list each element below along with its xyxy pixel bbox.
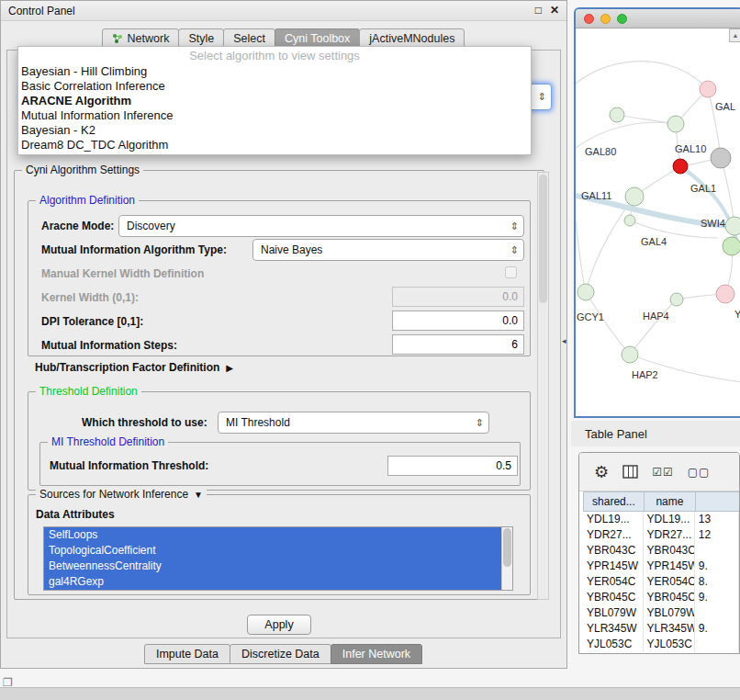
- network-node[interactable]: [673, 159, 688, 174]
- column-header[interactable]: name: [644, 491, 696, 512]
- table-cell: YBR043C: [644, 543, 695, 559]
- kernel-width-label: Kernel Width (0,1):: [41, 291, 139, 304]
- algorithm-option[interactable]: Basic Correlation Inference: [18, 79, 531, 94]
- algorithm-option-selected[interactable]: ARACNE Algorithm: [18, 94, 531, 108]
- network-window-titlebar[interactable]: [576, 9, 740, 28]
- network-node[interactable]: [723, 237, 740, 255]
- list-scrollbar[interactable]: [501, 527, 512, 590]
- column-header[interactable]: [695, 491, 740, 512]
- table-cell: [695, 605, 739, 621]
- deselect-all-rows-icon[interactable]: ▢▢: [688, 466, 711, 479]
- network-graph[interactable]: GAL80 GAL10 GAL11 GAL1 SWI4 GAL4 GCY1 HA…: [576, 28, 740, 418]
- table-row[interactable]: YBR043C YBR043C: [583, 543, 739, 559]
- network-node-labels: GAL80 GAL10 GAL11 GAL1 SWI4 GAL4 GCY1 HA…: [577, 101, 740, 380]
- scrollbar-up-button[interactable]: ▲: [729, 28, 740, 42]
- list-item[interactable]: SelfLoops: [44, 527, 501, 543]
- table-row[interactable]: YBL079W YBL079W: [583, 605, 739, 621]
- application-root: Control Panel □ ✕ Network Style Select: [0, 0, 740, 700]
- cyni-algorithm-settings-group: Cyni Algorithm Settings Algorithm Defini…: [14, 170, 544, 600]
- mi-threshold-definition-title: MI Threshold Definition: [48, 435, 168, 449]
- algorithm-popup-placeholder: Select algorithm to view settings: [18, 48, 531, 64]
- float-panel-button[interactable]: □: [535, 4, 542, 17]
- network-node[interactable]: [622, 346, 638, 363]
- network-node[interactable]: [716, 285, 734, 303]
- apply-button[interactable]: Apply: [247, 615, 311, 635]
- which-threshold-select[interactable]: MI Threshold ⇕: [218, 412, 489, 434]
- network-node[interactable]: [700, 81, 716, 97]
- split-divider-collapse-icon[interactable]: ◂: [562, 336, 566, 345]
- algorithm-option[interactable]: Bayesian - Hill Climbing: [18, 64, 531, 79]
- mi-threshold-definition-group: MI Threshold Definition Mutual Informati…: [39, 442, 521, 486]
- network-node-label: Y: [734, 309, 740, 320]
- which-threshold-label: Which threshold to use:: [82, 416, 207, 429]
- hub-tf-section-toggle[interactable]: Hub/Transcription Factor Definition ▶: [35, 361, 233, 374]
- network-node[interactable]: [610, 107, 624, 122]
- mi-steps-label: Mutual Information Steps:: [41, 339, 177, 352]
- select-all-rows-icon[interactable]: ☑☑: [652, 466, 674, 479]
- network-highlight-edges: [576, 166, 738, 247]
- tab-impute-data[interactable]: Impute Data: [144, 644, 230, 664]
- cyni-algorithm-settings-title: Cyni Algorithm Settings: [22, 164, 143, 177]
- data-attributes-list[interactable]: SelfLoops TopologicalCoefficient Between…: [43, 526, 513, 591]
- tab-discretize-data-label: Discretize Data: [241, 648, 320, 660]
- network-node[interactable]: [624, 215, 635, 226]
- table-row[interactable]: YJL053C YJL053C: [583, 637, 739, 652]
- dpi-tolerance-input[interactable]: [392, 310, 524, 331]
- which-threshold-value: MI Threshold: [226, 416, 290, 429]
- columns-icon[interactable]: [622, 465, 638, 479]
- list-item[interactable]: TopologicalCoefficient: [44, 543, 501, 559]
- network-node[interactable]: [667, 116, 684, 132]
- manual-kernel-label: Manual Kernel Width Definition: [41, 267, 204, 280]
- network-node[interactable]: [725, 217, 740, 235]
- data-attributes-label: Data Attributes: [36, 508, 115, 521]
- minimize-window-button[interactable]: [600, 14, 611, 24]
- list-item[interactable]: BetweennessCentrality: [44, 559, 501, 574]
- network-node[interactable]: [625, 187, 644, 206]
- aracne-mode-value: Discovery: [127, 220, 175, 232]
- network-node[interactable]: [577, 284, 594, 300]
- column-header[interactable]: shared...: [583, 491, 645, 512]
- network-view-window: GAL80 GAL10 GAL11 GAL1 SWI4 GAL4 GCY1 HA…: [574, 7, 740, 418]
- mi-type-select[interactable]: Naive Bayes ⇕: [252, 239, 524, 261]
- network-node[interactable]: [670, 293, 683, 306]
- table-row[interactable]: YDR27... YDR27... 12: [583, 527, 739, 543]
- close-window-button[interactable]: [584, 14, 594, 24]
- settings-scrollbar[interactable]: [537, 172, 549, 600]
- gear-icon[interactable]: ⚙: [594, 462, 609, 482]
- table-cell: YBR043C: [583, 543, 644, 559]
- network-canvas[interactable]: GAL80 GAL10 GAL11 GAL1 SWI4 GAL4 GCY1 HA…: [576, 28, 740, 418]
- algorithm-option[interactable]: Mutual Information Inference: [18, 108, 531, 123]
- tab-discretize-data[interactable]: Discretize Data: [230, 644, 331, 664]
- hub-tf-section-label: Hub/Transcription Factor Definition: [35, 361, 219, 374]
- zoom-window-button[interactable]: [617, 14, 627, 24]
- mi-threshold-input[interactable]: [387, 456, 518, 476]
- threshold-definition-title: Threshold Definition: [36, 385, 141, 399]
- sources-title-label[interactable]: Sources for Network Inference: [39, 488, 188, 502]
- network-node-label: GAL4: [641, 236, 667, 247]
- algorithm-option[interactable]: Dream8 DC_TDC Algorithm: [18, 138, 531, 152]
- table-toolbar: ⚙ ☑☑ ▢▢: [579, 453, 739, 491]
- table-row[interactable]: YLR345W YLR345W 9.: [583, 621, 739, 637]
- algorithm-option[interactable]: Bayesian - K2: [18, 123, 531, 138]
- network-node-label: GAL1: [690, 183, 716, 194]
- mi-steps-input[interactable]: [392, 334, 524, 355]
- table-cell: YJL053C: [583, 637, 644, 652]
- aracne-mode-select[interactable]: Discovery ⇕: [118, 215, 524, 237]
- table-row[interactable]: YBR045C YBR045C 9.: [583, 590, 739, 605]
- table-row[interactable]: YPR145W YPR145W 9.: [583, 559, 739, 574]
- control-panel-window: Control Panel □ ✕ Network Style Select: [0, 0, 567, 669]
- tab-infer-network[interactable]: Infer Network: [331, 644, 422, 664]
- dpi-tolerance-label: DPI Tolerance [0,1]:: [41, 315, 143, 328]
- status-bar: [0, 687, 740, 700]
- control-panel-titlebar: Control Panel □ ✕: [1, 1, 566, 21]
- table-row[interactable]: YDL19... YDL19... 13: [583, 512, 739, 527]
- network-node[interactable]: [711, 148, 731, 168]
- table-row[interactable]: YER054C YER054C 8.: [583, 574, 739, 590]
- table-cell: YLR345W: [644, 621, 695, 637]
- table-cell: YBL079W: [583, 605, 644, 621]
- list-item[interactable]: gal4RGexp: [44, 574, 501, 590]
- close-panel-button[interactable]: ✕: [550, 4, 559, 17]
- tab-impute-data-label: Impute Data: [156, 648, 219, 660]
- network-node-label: GCY1: [577, 311, 604, 322]
- mi-threshold-label: Mutual Information Threshold:: [50, 459, 208, 472]
